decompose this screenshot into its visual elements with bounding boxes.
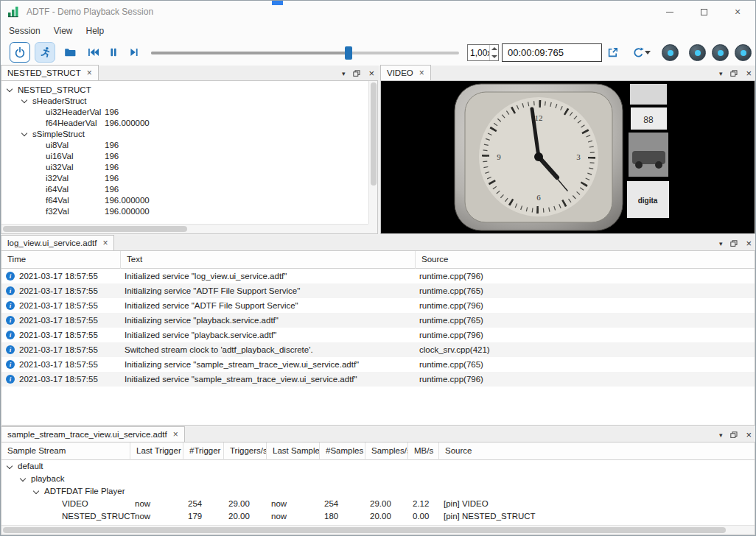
loop-button[interactable] — [626, 45, 651, 60]
speed-spinbox[interactable] — [467, 44, 499, 61]
maximize-button[interactable] — [687, 1, 721, 23]
stream-row[interactable]: VIDEO now 254 29.00 now 254 29.00 2.12 [… — [1, 498, 755, 510]
speed-input[interactable] — [468, 45, 489, 60]
column-header-triggers-per-s[interactable]: Triggers/s — [224, 442, 267, 460]
tab-close-icon[interactable]: × — [419, 69, 424, 77]
menu-session[interactable]: Session — [2, 24, 47, 38]
vertical-scrollbar[interactable] — [368, 81, 377, 224]
column-header-source[interactable]: Source — [439, 442, 755, 460]
tree-row[interactable]: f64Val196.000000 — [1, 195, 368, 206]
log-row[interactable]: 2021-03-17 18:57:55Initialized service "… — [1, 372, 755, 387]
scrollbar-thumb[interactable] — [3, 527, 726, 533]
tree-row[interactable]: NESTED_STRUCT — [1, 85, 368, 96]
log-row[interactable]: 2021-03-17 18:57:55Initialized service "… — [1, 328, 755, 342]
scrollbar-thumb[interactable] — [371, 82, 377, 186]
dock-menu-icon[interactable]: ▾ — [719, 240, 723, 247]
tree-row[interactable]: f64HeaderVal196.000000 — [1, 118, 368, 129]
log-time: 2021-03-17 18:57:55 — [19, 372, 98, 387]
column-header-text[interactable]: Text — [121, 251, 416, 269]
tab-close-icon[interactable]: × — [173, 431, 178, 438]
stream-row[interactable]: playback — [1, 473, 755, 485]
slider-handle[interactable] — [345, 46, 352, 60]
minimize-button[interactable] — [653, 1, 687, 23]
power-toggle-button[interactable] — [10, 42, 30, 63]
tab-close-icon[interactable]: × — [87, 69, 92, 77]
menu-view[interactable]: View — [47, 24, 80, 38]
column-header-sample-stream[interactable]: Sample Stream — [1, 442, 130, 460]
scrollbar-thumb[interactable] — [3, 226, 187, 232]
log-text: Initialized service "playback.service.ad… — [125, 328, 276, 342]
log-row[interactable]: 2021-03-17 18:57:55Initialized service "… — [1, 269, 755, 283]
column-header-mb-per-s[interactable]: MB/s — [408, 442, 439, 460]
column-header-samples-count[interactable]: #Samples — [320, 442, 365, 460]
tab-close-icon[interactable]: × — [102, 239, 108, 247]
expand-arrow-icon[interactable] — [20, 476, 26, 482]
tree-row[interactable]: sHeaderStruct — [1, 96, 368, 107]
dock-close-icon[interactable]: × — [746, 239, 752, 248]
log-row[interactable]: 2021-03-17 18:57:55Initializing service … — [1, 313, 755, 328]
video-content[interactable]: 12 3 6 9 88 digita — [380, 81, 755, 234]
column-header-time[interactable]: Time — [1, 251, 121, 269]
loop-dropdown-arrow-icon[interactable] — [645, 51, 651, 54]
expand-arrow-icon[interactable] — [7, 463, 13, 469]
menu-help[interactable]: Help — [80, 24, 111, 38]
time-display-input[interactable] — [502, 43, 602, 62]
log-row[interactable]: 2021-03-17 18:57:55Initialized service "… — [1, 298, 755, 313]
dock-float-icon[interactable] — [730, 240, 738, 247]
close-button[interactable]: × — [721, 1, 755, 23]
detach-player-button[interactable] — [605, 45, 620, 60]
column-header-last-trigger[interactable]: Last Trigger — [130, 442, 183, 460]
tab-log-view[interactable]: log_view.ui_service.adtf × — [1, 235, 114, 250]
expand-arrow-icon[interactable] — [21, 97, 27, 103]
marker-button-4[interactable] — [735, 44, 752, 61]
tree-row[interactable]: ui32HeaderVal196 — [1, 107, 368, 118]
spin-up-icon[interactable] — [491, 47, 497, 50]
dock-close-icon[interactable]: × — [746, 69, 752, 78]
tree-row[interactable]: f32Val196.000000 — [1, 206, 368, 217]
open-file-button[interactable] — [61, 44, 79, 60]
dock-float-icon[interactable] — [730, 70, 738, 77]
dock-close-icon[interactable]: × — [746, 431, 752, 440]
tree-row[interactable]: i64Val196 — [1, 184, 368, 195]
marker-button-3[interactable] — [712, 44, 729, 61]
tab-stream-trace[interactable]: sample_stream_trace_view.ui_service.adtf… — [1, 426, 185, 442]
tree-row[interactable]: ui16Val196 — [1, 151, 368, 162]
skip-to-end-button[interactable] — [125, 44, 143, 60]
tree-row[interactable]: ui32Val196 — [1, 162, 368, 173]
column-header-trigger-count[interactable]: #Trigger — [183, 442, 224, 460]
tree-row[interactable]: i32Val196 — [1, 173, 368, 184]
dock-menu-icon[interactable]: ▾ — [342, 70, 346, 77]
expand-arrow-icon[interactable] — [21, 130, 27, 136]
log-row[interactable]: 2021-03-17 18:57:55Initializing service … — [1, 357, 755, 372]
pause-button[interactable] — [105, 44, 122, 60]
horizontal-scrollbar[interactable] — [1, 525, 755, 535]
stream-row[interactable]: NESTED_STRUCT now 179 20.00 now 180 20.0… — [1, 510, 755, 523]
spin-down-icon[interactable] — [491, 55, 497, 58]
dock-float-icon[interactable] — [353, 70, 360, 77]
dock-float-icon[interactable] — [730, 431, 738, 438]
skip-to-start-button[interactable] — [84, 44, 102, 60]
stream-row[interactable]: ADTFDAT File Player — [1, 485, 755, 498]
expand-arrow-icon[interactable] — [7, 86, 13, 92]
column-header-samples-per-s[interactable]: Samples/s — [365, 442, 408, 460]
dock-close-icon[interactable]: × — [368, 69, 374, 78]
expand-arrow-icon[interactable] — [33, 488, 39, 494]
stream-row[interactable]: default — [1, 460, 755, 473]
log-row[interactable]: 2021-03-17 18:57:55Initializing service … — [1, 283, 755, 298]
struct-tree[interactable]: NESTED_STRUCT sHeaderStruct ui32HeaderVa… — [1, 81, 368, 224]
timeline-slider[interactable] — [151, 46, 459, 58]
column-header-last-sample[interactable]: Last Sample — [267, 442, 320, 460]
tree-row[interactable]: sSimpleStruct — [1, 129, 368, 140]
tab-video[interactable]: VIDEO × — [380, 65, 431, 80]
dock-menu-icon[interactable]: ▾ — [719, 70, 723, 77]
horizontal-scrollbar[interactable] — [1, 224, 368, 233]
dock-menu-icon[interactable]: ▾ — [719, 431, 723, 439]
column-header-source[interactable]: Source — [416, 251, 755, 269]
title-bar[interactable]: ADTF - Demo Playback Session × — [1, 1, 755, 23]
run-button[interactable] — [35, 42, 55, 63]
log-row[interactable]: 2021-03-17 18:57:55Switched stream clock… — [1, 342, 755, 357]
marker-button-2[interactable] — [689, 44, 706, 61]
tab-nested-struct[interactable]: NESTED_STRUCT × — [1, 65, 99, 80]
tree-row[interactable]: ui8Val196 — [1, 140, 368, 151]
marker-button-1[interactable] — [662, 44, 679, 61]
